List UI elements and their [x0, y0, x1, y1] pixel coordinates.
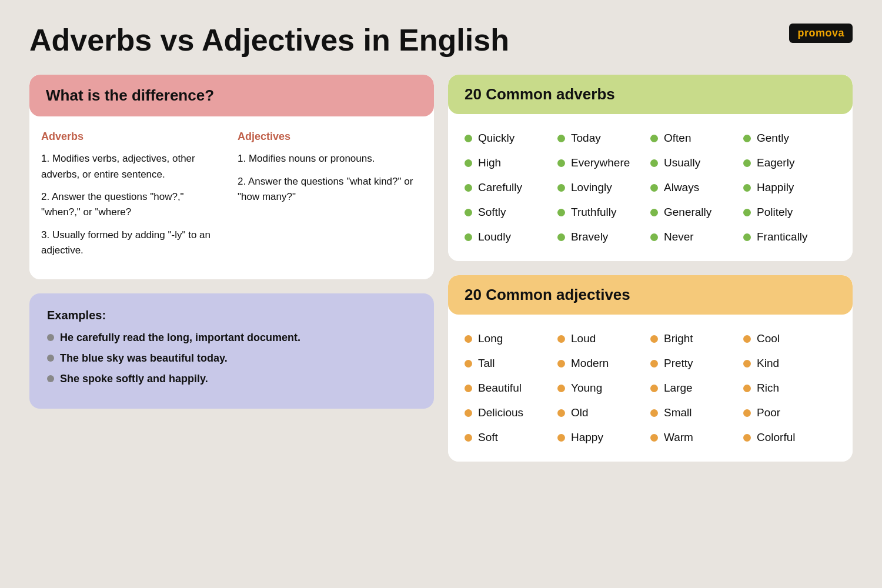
- adjective-item: Rich: [743, 378, 836, 398]
- adverbs-point-2: 2. Answer the questions "how?," "when?,"…: [41, 189, 226, 220]
- adverbs-card-header: 20 Common adverbs: [448, 75, 853, 114]
- adverb-word: High: [478, 156, 501, 169]
- adjective-item: Large: [650, 378, 743, 398]
- adverb-word: Loudly: [478, 230, 511, 243]
- adjectives-point-1: 1. Modifies nouns or pronouns.: [238, 151, 422, 166]
- adverb-dot: [557, 135, 565, 142]
- example-dot-1: [47, 334, 54, 341]
- example-text-3: She spoke softly and happily.: [60, 373, 208, 385]
- adjective-dot: [465, 360, 472, 368]
- adverb-dot: [650, 135, 658, 142]
- adjectives-column-title: Adjectives: [238, 131, 422, 143]
- adjective-word: Tall: [478, 357, 495, 370]
- example-item-3: She spoke softly and happily.: [47, 373, 416, 385]
- adjective-word: Loud: [571, 332, 596, 345]
- adjective-dot: [743, 360, 751, 368]
- difference-header: What is the difference?: [29, 75, 434, 116]
- adjective-item: Poor: [743, 403, 836, 423]
- adverb-item: Lovingly: [557, 178, 650, 198]
- adverb-word: Everywhere: [571, 156, 630, 169]
- difference-card: What is the difference? Adverbs 1. Modif…: [29, 75, 434, 279]
- adverb-item: Usually: [650, 153, 743, 173]
- adverbs-card-body: QuicklyTodayOftenGentlyHighEverywhereUsu…: [448, 114, 853, 261]
- adverbs-section-title: 20 Common adverbs: [465, 85, 615, 103]
- adjective-word: Old: [571, 406, 589, 419]
- adverb-item: Today: [557, 128, 650, 148]
- adverbs-point-1: 1. Modifies verbs, adjectives, other adv…: [41, 151, 226, 182]
- adverb-word: Never: [664, 230, 694, 243]
- example-item-2: The blue sky was beautiful today.: [47, 352, 416, 365]
- adverb-item: Carefully: [465, 178, 557, 198]
- adjective-word: Rich: [757, 382, 779, 395]
- adjectives-card: 20 Common adjectives LongLoudBrightCoolT…: [448, 275, 853, 462]
- example-text-2: The blue sky was beautiful today.: [60, 352, 228, 365]
- adverb-dot: [650, 209, 658, 216]
- adjective-dot: [650, 385, 658, 392]
- adjectives-column: Adjectives 1. Modifies nouns or pronouns…: [238, 131, 422, 265]
- adverb-word: Softly: [478, 206, 506, 219]
- adjective-word: Kind: [757, 357, 779, 370]
- adverb-item: Always: [650, 178, 743, 198]
- adverbs-card: 20 Common adverbs QuicklyTodayOftenGentl…: [448, 75, 853, 261]
- adjective-word: Poor: [757, 406, 780, 419]
- adjective-dot: [465, 385, 472, 392]
- adjective-item: Pretty: [650, 353, 743, 373]
- adjective-dot: [557, 434, 565, 442]
- adjective-word: Happy: [571, 431, 603, 444]
- adjectives-column-body: 1. Modifies nouns or pronouns. 2. Answer…: [238, 151, 422, 205]
- adjectives-grid: LongLoudBrightCoolTallModernPrettyKindBe…: [465, 329, 836, 447]
- adjective-item: Old: [557, 403, 650, 423]
- adjective-item: Colorful: [743, 427, 836, 447]
- adjective-dot: [465, 434, 472, 442]
- adjective-word: Beautiful: [478, 382, 522, 395]
- adverbs-point-3: 3. Usually formed by adding "-ly" to an …: [41, 228, 226, 259]
- adjectives-card-body: LongLoudBrightCoolTallModernPrettyKindBe…: [448, 315, 853, 462]
- adjective-item: Long: [465, 329, 557, 349]
- adverb-word: Truthfully: [571, 206, 616, 219]
- adjective-item: Delicious: [465, 403, 557, 423]
- example-text-1: He carefully read the long, important do…: [60, 332, 300, 344]
- adverb-dot: [743, 209, 751, 216]
- adverb-word: Happily: [757, 181, 794, 194]
- examples-card: Examples: He carefully read the long, im…: [29, 293, 434, 409]
- adjective-dot: [465, 409, 472, 417]
- adjective-item: Kind: [743, 353, 836, 373]
- adjective-dot: [557, 335, 565, 343]
- adverb-word: Often: [664, 132, 691, 145]
- adjective-dot: [650, 409, 658, 417]
- adjective-item: Tall: [465, 353, 557, 373]
- adverb-item: Often: [650, 128, 743, 148]
- adverbs-column-title: Adverbs: [41, 131, 226, 143]
- adjective-dot: [557, 360, 565, 368]
- adjective-dot: [650, 360, 658, 368]
- adjectives-card-header: 20 Common adjectives: [448, 275, 853, 315]
- adjective-word: Delicious: [478, 406, 523, 419]
- adverb-item: Frantically: [743, 227, 836, 247]
- page-header: Adverbs vs Adjectives in English promova: [29, 24, 853, 57]
- adjectives-section-title: 20 Common adjectives: [465, 286, 630, 303]
- adverb-word: Generally: [664, 206, 711, 219]
- examples-title: Examples:: [47, 309, 416, 322]
- adjective-dot: [650, 335, 658, 343]
- adverb-dot: [743, 184, 751, 192]
- adverb-word: Eagerly: [757, 156, 794, 169]
- adverb-dot: [557, 184, 565, 192]
- adverb-dot: [465, 233, 472, 241]
- adjective-item: Warm: [650, 427, 743, 447]
- adverb-dot: [465, 184, 472, 192]
- adverb-item: Eagerly: [743, 153, 836, 173]
- adjective-dot: [465, 335, 472, 343]
- adjective-word: Young: [571, 382, 602, 395]
- adverb-dot: [650, 233, 658, 241]
- adverb-word: Gently: [757, 132, 789, 145]
- adjective-word: Colorful: [757, 431, 795, 444]
- adverb-dot: [650, 184, 658, 192]
- adverb-item: Generally: [650, 202, 743, 222]
- adjective-word: Large: [664, 382, 693, 395]
- adverb-item: Loudly: [465, 227, 557, 247]
- adverbs-grid: QuicklyTodayOftenGentlyHighEverywhereUsu…: [465, 128, 836, 247]
- adjective-item: Young: [557, 378, 650, 398]
- adjective-word: Pretty: [664, 357, 693, 370]
- adverb-word: Frantically: [757, 230, 808, 243]
- adjective-item: Beautiful: [465, 378, 557, 398]
